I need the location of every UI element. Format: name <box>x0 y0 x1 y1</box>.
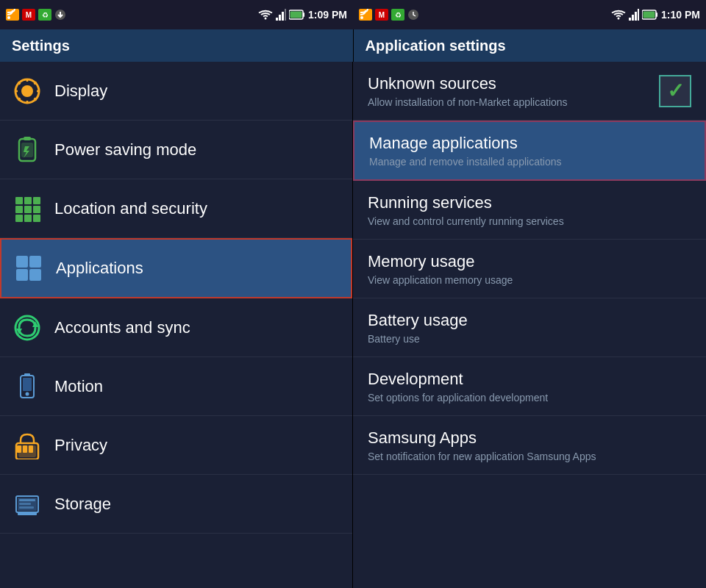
signal-icon-left <box>276 9 286 21</box>
memory-usage-content: Memory usage View application memory usa… <box>368 252 691 286</box>
wifi-icon-right <box>611 10 626 20</box>
svg-rect-46 <box>33 206 40 213</box>
settings-item-power[interactable]: Power saving mode <box>0 121 352 179</box>
settings-item-storage[interactable]: Storage <box>0 475 352 534</box>
privacy-icon <box>12 430 43 461</box>
svg-rect-65 <box>29 445 33 453</box>
app-setting-running-services[interactable]: Running services View and control curren… <box>353 181 706 240</box>
svg-point-15 <box>360 16 363 19</box>
unknown-sources-desc: Allow installation of non-Market applica… <box>368 96 659 108</box>
storage-icon <box>12 489 43 520</box>
settings-location-label: Location and security <box>54 199 207 218</box>
svg-rect-45 <box>24 206 32 213</box>
battery-usage-title: Battery usage <box>368 311 691 330</box>
application-settings-list: Unknown sources Allow installation of no… <box>353 62 706 588</box>
settings-list: Display Power saving mode <box>0 62 353 588</box>
unknown-sources-checkbox[interactable]: ✓ <box>659 75 691 107</box>
title-bars-container: Settings Application settings <box>0 29 706 62</box>
right-title-bar: Application settings <box>354 29 707 62</box>
svg-rect-69 <box>19 499 35 501</box>
right-status-left-icons: M ♻ <box>359 9 419 21</box>
svg-text:♻: ♻ <box>42 11 49 19</box>
svg-rect-60 <box>24 373 30 376</box>
memory-usage-title: Memory usage <box>368 252 691 271</box>
settings-item-display[interactable]: Display <box>0 62 352 121</box>
location-security-icon <box>12 193 43 224</box>
memory-usage-desc: View application memory usage <box>368 274 691 286</box>
svg-rect-47 <box>15 215 23 222</box>
samsung-apps-content: Samsung Apps Set notification for new ap… <box>368 429 691 462</box>
settings-privacy-label: Privacy <box>54 436 107 455</box>
settings-storage-label: Storage <box>54 495 111 514</box>
main-content: Display Power saving mode <box>0 62 706 588</box>
running-services-desc: View and control currently running servi… <box>368 215 691 227</box>
app-setting-manage-applications[interactable]: Manage applications Manage and remove in… <box>353 121 706 181</box>
svg-point-1 <box>7 16 10 19</box>
app-setting-battery-usage[interactable]: Battery usage Battery use <box>353 298 706 357</box>
applications-icon <box>13 253 44 284</box>
right-title-text: Application settings <box>366 37 506 54</box>
svg-rect-44 <box>15 206 23 213</box>
rss-icon-2 <box>359 9 372 21</box>
svg-rect-12 <box>303 12 304 17</box>
app-setting-samsung-apps[interactable]: Samsung Apps Set notification for new ap… <box>353 416 706 475</box>
svg-rect-13 <box>290 12 302 18</box>
running-services-title: Running services <box>368 193 691 212</box>
running-services-content: Running services View and control curren… <box>368 193 691 227</box>
svg-rect-40 <box>21 143 33 157</box>
settings-item-applications[interactable]: Applications <box>0 238 352 298</box>
svg-rect-21 <box>629 18 631 21</box>
manage-applications-desc: Manage and remove installed applications <box>369 156 690 168</box>
app-setting-development[interactable]: Development Set options for application … <box>353 357 706 416</box>
settings-item-accounts[interactable]: Accounts and sync <box>0 298 352 357</box>
settings-applications-label: Applications <box>56 259 143 278</box>
svg-rect-41 <box>15 197 23 204</box>
gmail-icon: M <box>22 9 35 21</box>
svg-rect-58 <box>23 378 32 391</box>
settings-motion-label: Motion <box>54 377 103 396</box>
svg-rect-49 <box>33 215 40 222</box>
settings-item-motion[interactable]: Motion <box>0 357 352 416</box>
battery-icon-right <box>642 10 658 20</box>
samsung-apps-title: Samsung Apps <box>368 429 691 448</box>
svg-rect-39 <box>24 137 31 140</box>
development-title: Development <box>368 370 691 389</box>
left-status-bar: M ♻ <box>0 0 353 29</box>
left-title-bar: Settings <box>0 29 353 62</box>
svg-rect-51 <box>29 256 41 268</box>
svg-rect-22 <box>632 15 634 21</box>
battery-usage-content: Battery usage Battery use <box>368 311 691 345</box>
unknown-sources-title: Unknown sources <box>368 74 659 93</box>
app-setting-unknown-sources[interactable]: Unknown sources Allow installation of no… <box>353 62 706 121</box>
settings-power-label: Power saving mode <box>54 140 196 159</box>
svg-rect-43 <box>33 197 40 204</box>
svg-rect-26 <box>656 12 657 17</box>
development-desc: Set options for application development <box>368 392 691 404</box>
svg-rect-8 <box>279 15 281 21</box>
samsung-apps-desc: Set notification for new application Sam… <box>368 451 691 462</box>
left-status-icons: M ♻ <box>6 9 66 21</box>
settings-accounts-label: Accounts and sync <box>54 318 190 337</box>
display-icon <box>12 76 43 107</box>
svg-rect-27 <box>643 12 655 18</box>
svg-rect-42 <box>24 197 32 204</box>
unknown-sources-checkmark: ✓ <box>667 79 684 103</box>
svg-text:M: M <box>379 11 385 19</box>
svg-rect-63 <box>17 445 21 453</box>
settings-item-privacy[interactable]: Privacy <box>0 416 352 475</box>
wifi-icon-left <box>258 10 273 20</box>
svg-rect-68 <box>18 512 37 515</box>
gmail-icon-2: M <box>375 9 388 21</box>
svg-rect-71 <box>19 506 34 509</box>
manage-applications-title: Manage applications <box>369 134 690 153</box>
status-bars-container: M ♻ <box>0 0 706 29</box>
app-setting-memory-usage[interactable]: Memory usage View application memory usa… <box>353 240 706 298</box>
clock-icon <box>407 9 419 21</box>
svg-rect-70 <box>19 503 31 505</box>
svg-rect-10 <box>285 9 286 21</box>
settings-item-location[interactable]: Location and security <box>0 179 352 238</box>
motion-icon <box>12 371 43 402</box>
svg-rect-53 <box>29 269 41 281</box>
left-status-right-icons: 1:09 PM <box>258 9 347 21</box>
rss-icon-1 <box>6 9 19 21</box>
